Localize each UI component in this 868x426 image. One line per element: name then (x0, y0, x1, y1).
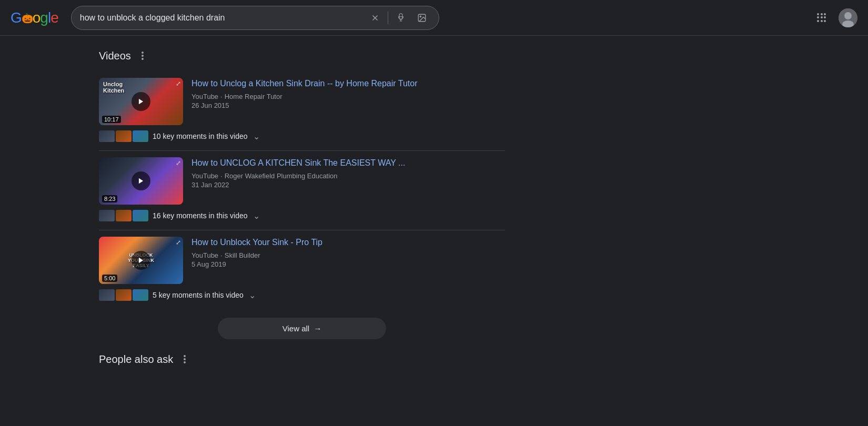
key-moments-row-1[interactable]: 10 key moments in this video ⌄ (99, 125, 505, 144)
vertical-dots-icon (142, 52, 144, 60)
video-info-2: How to UNCLOG A KITCHEN Sink The EASIEST… (191, 157, 505, 189)
people-also-ask-title: People also ask (99, 353, 173, 366)
logo-g: G (11, 9, 22, 26)
expand-icon-1: ⌄ (253, 131, 260, 141)
logo-o2: o (33, 9, 41, 26)
video-item-3: UNBLOCKYOUR SINKEASILY 5:00 ⤢ How to Unb… (99, 230, 505, 309)
video-date-3: 5 Aug 2019 (191, 260, 505, 268)
video-thumbnail-2[interactable]: 8:23 ⤢ (99, 157, 183, 205)
video-row-3: UNBLOCKYOUR SINKEASILY 5:00 ⤢ How to Unb… (99, 237, 505, 284)
key-moments-row-2[interactable]: 16 key moments in this video ⌄ (99, 205, 505, 224)
play-icon-1 (132, 92, 150, 111)
video-item-2: 8:23 ⤢ How to UNCLOG A KITCHEN Sink The … (99, 151, 505, 230)
thumb-text-1: UnclogKitchen (103, 81, 124, 94)
meta-dot-2: · (220, 172, 223, 180)
video-channel-2: Roger Wakefield Plumbing Education (225, 172, 338, 180)
video-channel-1: Home Repair Tutor (225, 93, 282, 100)
key-moments-thumbnails-3 (99, 289, 148, 301)
key-moments-text-1: 10 key moments in this video (153, 132, 248, 140)
search-icons (367, 9, 430, 26)
svg-point-3 (420, 16, 421, 17)
video-duration-2: 8:23 (102, 195, 117, 202)
svg-point-5 (844, 12, 852, 19)
video-channel-3: Skill Builder (225, 251, 260, 259)
video-source-2: YouTube (191, 172, 218, 180)
video-meta-1: YouTube · Home Repair Tutor (191, 93, 505, 100)
main-content: Videos UnclogKitchen 10:17 ⤢ How to Uncl (0, 36, 505, 379)
key-moment-thumb-3a (99, 289, 115, 301)
view-all-container: View all → (99, 318, 505, 339)
key-moment-thumb-1c (133, 130, 148, 142)
video-item-1: UnclogKitchen 10:17 ⤢ How to Unclog a Ki… (99, 72, 505, 151)
key-moments-text-3: 5 key moments in this video (153, 291, 244, 299)
video-info-1: How to Unclog a Kitchen Sink Drain -- by… (191, 78, 505, 109)
grid-icon (817, 13, 826, 23)
key-moment-thumb-3c (133, 289, 148, 301)
svg-marker-7 (139, 99, 143, 105)
video-duration-1: 10:17 (102, 116, 121, 123)
meta-dot-3: · (220, 251, 223, 259)
video-row-2: 8:23 ⤢ How to UNCLOG A KITCHEN Sink The … (99, 157, 505, 205)
video-duration-3: 5:00 (102, 275, 117, 282)
key-moment-thumb-2c (133, 210, 148, 221)
view-all-arrow-icon: → (314, 324, 321, 333)
videos-section-title: Videos (99, 50, 131, 62)
key-moments-thumbnails-1 (99, 130, 148, 142)
video-info-3: How to Unblock Your Sink - Pro Tip YouTu… (191, 237, 505, 268)
video-title-3[interactable]: How to Unblock Your Sink - Pro Tip (191, 237, 505, 248)
search-bar[interactable] (71, 6, 439, 30)
search-input[interactable] (80, 13, 362, 23)
video-date-1: 26 Jun 2015 (191, 102, 505, 109)
view-all-button[interactable]: View all → (218, 318, 386, 339)
search-divider (388, 12, 388, 24)
video-meta-3: YouTube · Skill Builder (191, 251, 505, 259)
play-icon-2 (132, 171, 150, 190)
key-moments-thumbnails-2 (99, 210, 148, 221)
clear-search-button[interactable] (367, 9, 383, 26)
video-thumbnail-3[interactable]: UNBLOCKYOUR SINKEASILY 5:00 ⤢ (99, 237, 183, 284)
video-title-1[interactable]: How to Unclog a Kitchen Sink Drain -- by… (191, 78, 505, 89)
fullscreen-icon-1: ⤢ (176, 80, 181, 87)
key-moment-thumb-2b (116, 210, 132, 221)
google-logo[interactable]: G🎃ogle (11, 9, 58, 26)
fullscreen-icon-3: ⤢ (176, 239, 181, 246)
video-source-1: YouTube (191, 93, 218, 100)
header: G🎃ogle (0, 0, 868, 36)
google-apps-button[interactable] (811, 7, 832, 28)
video-title-2[interactable]: How to UNCLOG A KITCHEN Sink The EASIEST… (191, 157, 505, 169)
expand-icon-3: ⌄ (249, 290, 256, 300)
logo-emoji: 🎃 (22, 13, 33, 24)
videos-more-options-button[interactable] (135, 48, 150, 63)
svg-marker-8 (139, 178, 143, 184)
fullscreen-icon-2: ⤢ (176, 159, 181, 167)
key-moments-text-2: 16 key moments in this video (153, 211, 248, 220)
people-also-ask-section: People also ask (99, 352, 505, 367)
vertical-dots-icon-2 (184, 355, 186, 363)
key-moment-thumb-1b (116, 130, 132, 142)
video-thumbnail-1[interactable]: UnclogKitchen 10:17 ⤢ (99, 78, 183, 125)
video-list: UnclogKitchen 10:17 ⤢ How to Unclog a Ki… (99, 72, 505, 309)
view-all-label: View all (282, 324, 309, 333)
logo-g2: g (40, 9, 48, 26)
people-also-ask-more-options-button[interactable] (177, 352, 192, 367)
play-icon-3 (132, 251, 150, 270)
expand-icon-2: ⌄ (253, 211, 260, 221)
key-moment-thumb-3b (116, 289, 132, 301)
svg-marker-9 (139, 258, 143, 263)
meta-dot-1: · (220, 93, 223, 100)
video-source-3: YouTube (191, 251, 218, 259)
user-avatar[interactable] (839, 8, 857, 27)
image-search-button[interactable] (413, 9, 430, 26)
video-meta-2: YouTube · Roger Wakefield Plumbing Educa… (191, 172, 505, 180)
key-moment-thumb-2a (99, 210, 115, 221)
header-right (811, 7, 857, 28)
voice-search-button[interactable] (392, 9, 409, 26)
key-moment-thumb-1a (99, 130, 115, 142)
videos-section-header: Videos (99, 48, 505, 63)
logo-e: e (51, 9, 58, 26)
key-moments-row-3[interactable]: 5 key moments in this video ⌄ (99, 284, 505, 303)
video-row-1: UnclogKitchen 10:17 ⤢ How to Unclog a Ki… (99, 78, 505, 125)
video-date-2: 31 Jan 2022 (191, 181, 505, 189)
